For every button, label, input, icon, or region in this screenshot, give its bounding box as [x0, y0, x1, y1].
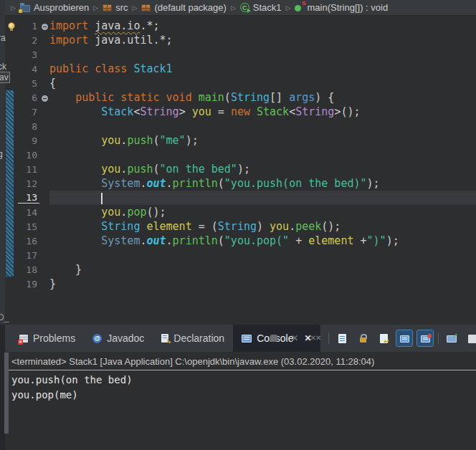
tab-problems[interactable]: Problems [11, 325, 84, 352]
code-line[interactable]: 18 } [5, 262, 476, 277]
fold-margin[interactable] [39, 91, 49, 105]
view-tabbar: ProblemsJavadocDeclarationConsole✕✕✕✕ [5, 325, 476, 352]
line-number: 2 [18, 35, 39, 46]
breadcrumb-item-src[interactable]: src [103, 2, 128, 13]
breadcrumb-label: src [115, 2, 128, 13]
code-text: public class Stack1 [49, 62, 173, 76]
tab-declaration[interactable]: Declaration [153, 325, 233, 352]
left-strip-fragment: ck [0, 62, 6, 72]
line-number: 4 [18, 64, 39, 75]
console-view[interactable]: <terminated> Stack1 [Java Application] C… [5, 352, 476, 403]
breadcrumb-item--default-package-[interactable]: (default package) [141, 2, 226, 13]
scroll-lock-button[interactable] [355, 330, 371, 346]
code-area[interactable]: 1import java.io.*;2import java.util.*;34… [5, 16, 476, 291]
left-strip-fragment: D_ [0, 312, 9, 322]
code-line[interactable]: 15 String element = (String) you.peek(); [5, 219, 476, 234]
code-line[interactable]: 1import java.io.*; [5, 19, 476, 33]
code-line[interactable]: 16 System.out.println("you.pop(" + eleme… [5, 234, 476, 248]
toolbar-separator [438, 332, 439, 344]
line-number: 15 [18, 221, 39, 232]
breadcrumb-item-stack1[interactable]: Stack1 [240, 2, 282, 13]
annotation-ruler[interactable] [5, 19, 18, 33]
line-number: 8 [18, 121, 39, 132]
remove-all-terminated-button[interactable]: ✕✕ [308, 330, 323, 346]
code-line[interactable]: 6 public static void main(String[] args)… [5, 90, 476, 105]
left-scrollbar[interactable] [4, 353, 9, 434]
tab-label: Declaration [173, 332, 224, 344]
line-number: 14 [18, 207, 39, 218]
tab-label: Problems [33, 332, 75, 344]
clear-console-icon [338, 334, 346, 343]
code-line[interactable]: 5{ [5, 76, 476, 90]
code-line[interactable]: 12 System.out.println("you.push(on the b… [5, 176, 476, 191]
line-number: 13 [18, 192, 39, 204]
breadcrumb-item-ausprobieren[interactable]: Ausprobieren [20, 2, 89, 13]
collapse-icon[interactable] [42, 95, 48, 102]
show-console-stdout-button[interactable] [396, 330, 412, 346]
java-editor[interactable]: 1import java.io.*;2import java.util.*;34… [5, 16, 476, 325]
collapse-icon[interactable] [42, 24, 48, 30]
fold-margin[interactable] [39, 19, 49, 33]
line-number: 18 [18, 264, 39, 275]
breadcrumb: ▷Ausprobieren▷src▷(default package)▷Stac… [5, 0, 476, 16]
show-console-stderr-icon [421, 335, 430, 343]
method-range-indicator [6, 90, 14, 277]
line-number: 11 [18, 164, 39, 175]
code-text: { [49, 76, 56, 90]
terminate-button[interactable] [266, 330, 282, 346]
breadcrumb-item-main-string-void[interactable]: main(String[]) : void [295, 2, 388, 13]
method-icon [295, 5, 301, 11]
code-text: } [49, 277, 56, 291]
open-console-button[interactable] [444, 330, 460, 346]
code-line[interactable]: 11 you.push("on the bed"); [5, 162, 476, 176]
code-line[interactable]: 9 you.push("me"); [5, 133, 476, 148]
scroll-lock-icon [360, 338, 366, 343]
code-line[interactable]: 10 [5, 148, 476, 162]
code-text [49, 191, 103, 205]
remove-all-terminated-icon: ✕✕ [310, 333, 321, 343]
code-line[interactable]: 17 [5, 248, 476, 262]
code-line[interactable]: 8 [5, 119, 476, 133]
class-icon [240, 3, 249, 12]
code-line[interactable]: 2import java.util.*; [5, 33, 476, 47]
line-number: 16 [18, 236, 39, 246]
breadcrumb-chevron-icon: ▷ [131, 4, 139, 11]
left-strip-fragment: av [0, 72, 10, 83]
breadcrumb-label: main(String[]) : void [307, 2, 388, 13]
code-text: public static void main(String[] args) { [49, 90, 334, 105]
line-number: 5 [18, 78, 39, 89]
tab-label: Javadoc [107, 332, 144, 344]
code-line[interactable]: 4public class Stack1 [5, 62, 476, 76]
breadcrumb-label: Ausprobieren [34, 2, 89, 13]
line-number: 9 [18, 135, 39, 146]
remove-launch-button[interactable]: ✕ [287, 330, 303, 346]
code-text: System.out.println("you.push(on the bed)… [49, 176, 380, 191]
line-number: 17 [18, 250, 39, 261]
declaration-icon [161, 334, 168, 343]
code-line[interactable]: 3 [5, 47, 476, 62]
code-text: you.push("me"); [49, 133, 199, 148]
code-line[interactable]: 14 you.pop(); [5, 205, 476, 219]
code-text: Stack<String> you = new Stack<String>(); [49, 105, 361, 119]
show-console-stderr-button[interactable] [417, 330, 433, 346]
annotation-ruler[interactable] [5, 277, 18, 291]
tab-javadoc[interactable]: Javadoc [84, 325, 153, 352]
clear-console-button[interactable] [334, 330, 350, 346]
pin-console-icon [468, 335, 476, 343]
remove-launch-icon: ✕ [291, 333, 298, 343]
word-wrap-button[interactable] [376, 330, 391, 346]
console-output[interactable]: you.push(on the bed)you.pop(me) [5, 370, 476, 403]
breadcrumb-label: Stack1 [253, 2, 282, 13]
package-icon [103, 4, 112, 11]
code-line[interactable]: 7 Stack<String> you = new Stack<String>(… [5, 105, 476, 119]
text-caret [101, 193, 103, 204]
annotation-ruler[interactable] [5, 33, 18, 47]
code-line[interactable]: 13 [5, 191, 476, 205]
show-console-stdout-icon [400, 335, 409, 343]
code-text: import java.io.*; [49, 19, 160, 33]
annotation-ruler[interactable] [5, 47, 18, 62]
code-text: import java.util.*; [49, 33, 173, 47]
bottom-view-panel: ProblemsJavadocDeclarationConsole✕✕✕✕ <t… [5, 325, 476, 450]
pin-console-button[interactable] [465, 330, 476, 346]
code-line[interactable]: 19} [5, 277, 476, 291]
